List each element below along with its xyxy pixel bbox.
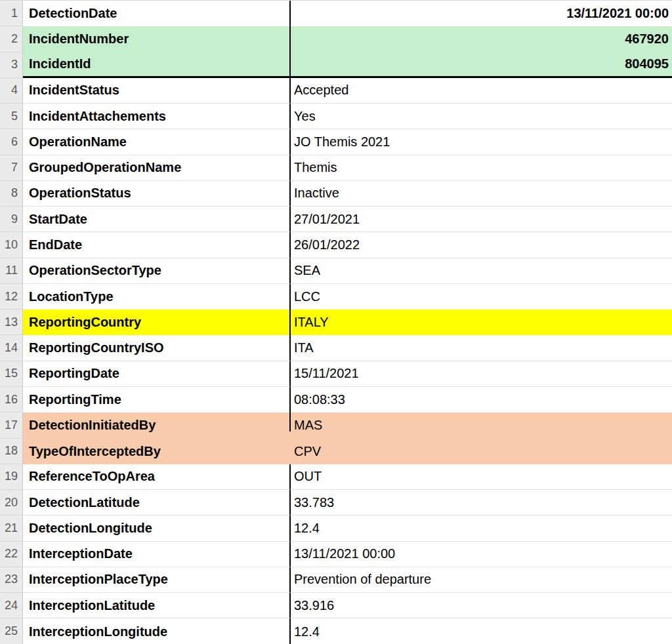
field-name-cell[interactable]: OperationSectorType xyxy=(23,258,289,284)
table-row: 21DetectionLongitude12.4 xyxy=(0,515,672,541)
row-number[interactable]: 9 xyxy=(0,207,23,232)
field-value-cell[interactable]: OUT xyxy=(289,464,672,490)
table-row: 24InterceptionLatitude33.916 xyxy=(0,593,672,618)
field-value-cell[interactable]: 13/11/2021 00:00 xyxy=(289,1,672,26)
field-value-cell[interactable]: SEA xyxy=(289,258,672,284)
row-number[interactable]: 17 xyxy=(0,413,23,438)
table-row: 9StartDate27/01/2021 xyxy=(0,207,672,232)
field-value-cell[interactable]: 804095 xyxy=(289,52,672,78)
field-name-cell[interactable]: IncidentId xyxy=(23,52,289,78)
row-number[interactable]: 22 xyxy=(0,542,23,567)
row-number[interactable]: 12 xyxy=(0,284,23,310)
row-number[interactable]: 16 xyxy=(0,387,23,413)
spreadsheet: 1DetectionDate13/11/2021 00:002IncidentN… xyxy=(0,0,672,644)
row-number[interactable]: 4 xyxy=(0,78,23,104)
row-number[interactable]: 25 xyxy=(0,618,23,644)
table-row: 25InterceptionLongitude12.4 xyxy=(0,618,672,644)
row-number[interactable]: 24 xyxy=(0,593,23,618)
field-value-cell[interactable]: 26/01/2022 xyxy=(289,232,672,258)
row-number[interactable]: 10 xyxy=(0,232,23,258)
table-row: 5IncidentAttachementsYes xyxy=(0,104,672,129)
field-name-cell[interactable]: ReportingCountry xyxy=(23,310,289,335)
table-row: 6OperationNameJO Themis 2021 xyxy=(0,129,672,155)
field-value-cell[interactable]: 12.4 xyxy=(289,618,672,644)
table-row: 19ReferenceToOpAreaOUT xyxy=(0,464,672,490)
field-name-cell[interactable]: IncidentAttachements xyxy=(23,104,289,129)
table-row: 2IncidentNumber467920 xyxy=(0,26,672,52)
table-row: 15ReportingDate15/11/2021 xyxy=(0,361,672,387)
field-value-cell[interactable]: 13/11/2021 00:00 xyxy=(289,542,672,567)
field-name-cell[interactable]: DetectionLongitude xyxy=(23,515,289,541)
table-row: 11OperationSectorTypeSEA xyxy=(0,258,672,284)
row-number[interactable]: 7 xyxy=(0,155,23,181)
field-name-cell[interactable]: ReportingTime xyxy=(23,387,289,413)
row-number[interactable]: 18 xyxy=(0,439,23,464)
row-number[interactable]: 3 xyxy=(0,52,23,78)
table-row: 10EndDate26/01/2022 xyxy=(0,232,672,258)
row-number[interactable]: 13 xyxy=(0,310,23,335)
field-value-cell[interactable]: LCC xyxy=(289,284,672,310)
table-row: 14ReportingCountryISOITA xyxy=(0,335,672,361)
table-row: 16ReportingTime08:08:33 xyxy=(0,387,672,413)
row-number[interactable]: 15 xyxy=(0,361,23,387)
field-name-cell[interactable]: GroupedOperationName xyxy=(23,155,289,181)
field-name-cell[interactable]: TypeOfInterceptedBy xyxy=(23,439,289,464)
field-value-cell[interactable]: 27/01/2021 xyxy=(289,207,672,232)
field-value-cell[interactable]: 12.4 xyxy=(289,515,672,541)
row-number[interactable]: 11 xyxy=(0,258,23,284)
field-value-cell[interactable]: Inactive xyxy=(289,181,672,207)
field-value-cell[interactable]: 08:08:33 xyxy=(289,387,672,413)
row-number[interactable]: 23 xyxy=(0,567,23,593)
field-name-cell[interactable]: ReferenceToOpArea xyxy=(23,464,289,490)
field-name-cell[interactable]: InterceptionPlaceType xyxy=(23,567,289,593)
row-number[interactable]: 21 xyxy=(0,515,23,541)
table-row: 23InterceptionPlaceTypePrevention of dep… xyxy=(0,567,672,593)
row-number[interactable]: 14 xyxy=(0,335,23,361)
field-value-cell[interactable]: ITA xyxy=(289,335,672,361)
table-row: 4IncidentStatusAccepted xyxy=(0,78,672,104)
field-name-cell[interactable]: DetectionDate xyxy=(23,1,289,26)
table-row: 1DetectionDate13/11/2021 00:00 xyxy=(0,1,672,26)
row-number[interactable]: 8 xyxy=(0,181,23,207)
field-name-cell[interactable]: StartDate xyxy=(23,207,289,232)
field-name-cell[interactable]: DetectionInitiatedBy xyxy=(23,413,289,438)
field-name-cell[interactable]: IncidentStatus xyxy=(23,78,289,104)
field-name-cell[interactable]: ReportingCountryISO xyxy=(23,335,289,361)
field-name-cell[interactable]: OperationStatus xyxy=(23,181,289,207)
row-number[interactable]: 20 xyxy=(0,490,23,515)
field-value-cell[interactable]: MAS xyxy=(289,413,672,438)
field-value-cell[interactable]: CPV xyxy=(289,439,672,464)
field-name-cell[interactable]: LocationType xyxy=(23,284,289,310)
table-row: 7GroupedOperationNameThemis xyxy=(0,155,672,181)
row-number[interactable]: 5 xyxy=(0,104,23,129)
table-row: 20DetectionLatitude33.783 xyxy=(0,490,672,515)
row-number[interactable]: 19 xyxy=(0,464,23,490)
field-name-cell[interactable]: ReportingDate xyxy=(23,361,289,387)
field-value-cell[interactable]: 33.783 xyxy=(289,490,672,515)
table-row: 18TypeOfInterceptedByCPV xyxy=(0,439,672,464)
field-value-cell[interactable]: Themis xyxy=(289,155,672,181)
field-value-cell[interactable]: Prevention of departure xyxy=(289,567,672,593)
field-value-cell[interactable]: 33.916 xyxy=(289,593,672,618)
row-number[interactable]: 6 xyxy=(0,129,23,155)
field-value-cell[interactable]: 467920 xyxy=(289,26,672,52)
field-name-cell[interactable]: InterceptionDate xyxy=(23,542,289,567)
table-row: 17DetectionInitiatedByMAS xyxy=(0,413,672,438)
table-row: 13ReportingCountryITALY xyxy=(0,310,672,335)
field-value-cell[interactable]: 15/11/2021 xyxy=(289,361,672,387)
field-name-cell[interactable]: InterceptionLatitude xyxy=(23,593,289,618)
table-row: 3IncidentId804095 xyxy=(0,52,672,78)
table-row: 8OperationStatusInactive xyxy=(0,181,672,207)
field-name-cell[interactable]: IncidentNumber xyxy=(23,26,289,52)
row-number[interactable]: 2 xyxy=(0,26,23,52)
field-value-cell[interactable]: Accepted xyxy=(289,78,672,104)
field-name-cell[interactable]: EndDate xyxy=(23,232,289,258)
field-name-cell[interactable]: OperationName xyxy=(23,129,289,155)
field-value-cell[interactable]: ITALY xyxy=(289,310,672,335)
field-name-cell[interactable]: InterceptionLongitude xyxy=(23,618,289,644)
field-name-cell[interactable]: DetectionLatitude xyxy=(23,490,289,515)
row-number[interactable]: 1 xyxy=(0,1,23,26)
field-value-cell[interactable]: Yes xyxy=(289,104,672,129)
field-value-cell[interactable]: JO Themis 2021 xyxy=(289,129,672,155)
table-row: 12LocationTypeLCC xyxy=(0,284,672,310)
